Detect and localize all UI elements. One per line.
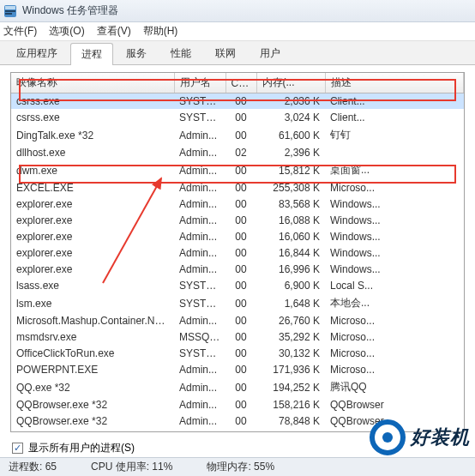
tab-services[interactable]: 服务 xyxy=(115,42,158,64)
cell-desc: 桌面窗... xyxy=(325,161,464,180)
svg-rect-2 xyxy=(5,10,15,12)
table-row[interactable]: OfficeClickToRun.exeSYSTEM0030,132 KMicr… xyxy=(11,346,464,362)
cell-user: SYSTEM xyxy=(174,278,225,294)
cell-user: SYSTEM xyxy=(174,294,225,313)
cell-mem: 194,252 K xyxy=(256,378,325,397)
show-all-users-checkbox[interactable]: ✓ xyxy=(12,443,23,454)
cell-cpu: 00 xyxy=(225,313,256,329)
tab-users[interactable]: 用户 xyxy=(249,42,292,64)
svg-rect-3 xyxy=(5,13,12,15)
cell-user: Admin... xyxy=(174,161,225,180)
cell-cpu: 02 xyxy=(225,145,256,161)
menubar: 文件(F) 选项(O) 查看(V) 帮助(H) xyxy=(0,22,475,41)
cell-user: Admin... xyxy=(174,126,225,145)
cell-user: Admin... xyxy=(174,145,225,161)
col-description[interactable]: 描述 xyxy=(325,73,464,93)
cell-name: EXCEL.EXE xyxy=(11,180,174,196)
col-memory[interactable]: 内存(... xyxy=(256,73,325,93)
cell-user: Admin... xyxy=(174,413,225,430)
cell-user: Admin... xyxy=(174,213,225,229)
menu-help[interactable]: 帮助(H) xyxy=(143,24,178,39)
cell-mem: 255,308 K xyxy=(256,180,325,196)
tab-networking[interactable]: 联网 xyxy=(204,42,247,64)
cell-user: Admin... xyxy=(174,245,225,262)
cell-name: OfficeClickToRun.exe xyxy=(11,346,174,362)
col-user[interactable]: 用户名 xyxy=(174,73,225,93)
cell-mem: 35,292 K xyxy=(256,329,325,346)
cell-mem: 83,568 K xyxy=(256,196,325,213)
cell-desc: Client... xyxy=(325,110,464,126)
tab-applications[interactable]: 应用程序 xyxy=(5,42,69,64)
cell-mem: 16,996 K xyxy=(256,262,325,278)
cell-user: SYSTEM xyxy=(174,346,225,362)
table-row[interactable]: explorer.exeAdmin...0016,996 KWindows... xyxy=(11,262,464,278)
cell-mem: 1,648 K xyxy=(256,294,325,313)
table-row[interactable]: QQBrowser.exe *32Admin...00158,216 KQQBr… xyxy=(11,397,464,413)
cell-name: POWERPNT.EXE xyxy=(11,362,174,378)
cell-name: dwm.exe xyxy=(11,161,174,180)
cell-mem: 78,848 K xyxy=(256,413,325,430)
cell-cpu: 00 xyxy=(225,110,256,126)
cell-cpu: 00 xyxy=(225,245,256,262)
cell-mem: 6,900 K xyxy=(256,278,325,294)
cell-cpu: 00 xyxy=(225,378,256,397)
table-row[interactable]: QQBrowser.exe *32Admin...0078,848 KQQBro… xyxy=(11,413,464,430)
table-row[interactable]: lsass.exeSYSTEM006,900 KLocal S... xyxy=(11,278,464,294)
tab-performance[interactable]: 性能 xyxy=(159,42,202,64)
table-row[interactable]: dwm.exeAdmin...0015,812 K桌面窗... xyxy=(11,161,464,180)
cell-mem: 26,088 K xyxy=(256,430,325,433)
cell-desc: QQBrowser xyxy=(325,397,464,413)
cell-mem: 3,024 K xyxy=(256,110,325,126)
table-row[interactable]: explorer.exeAdmin...0083,568 KWindows... xyxy=(11,196,464,213)
cell-user: Admin... xyxy=(174,229,225,245)
table-row[interactable]: explorer.exeAdmin...0016,060 KWindows... xyxy=(11,229,464,245)
table-row[interactable]: DingTalk.exe *32Admin...0061,600 K钉钉 xyxy=(11,126,464,145)
table-row[interactable]: csrss.exeSYSTEM003,024 KClient... xyxy=(11,110,464,126)
cell-user: Admin... xyxy=(174,180,225,196)
tab-processes[interactable]: 进程 xyxy=(70,43,113,65)
col-cpu[interactable]: CPU xyxy=(225,73,256,93)
cell-desc: QQBrowser xyxy=(325,430,464,433)
show-all-users-label: 显示所有用户的进程(S) xyxy=(28,441,135,455)
cell-user: Admin... xyxy=(174,262,225,278)
cell-name: explorer.exe xyxy=(11,229,174,245)
table-row[interactable]: EXCEL.EXEAdmin...00255,308 KMicroso... xyxy=(11,180,464,196)
table-row[interactable]: Microsoft.Mashup.Container.Ne...Admin...… xyxy=(11,313,464,329)
cell-desc: Windows... xyxy=(325,229,464,245)
cell-cpu: 00 xyxy=(225,161,256,180)
app-icon xyxy=(3,4,17,18)
cell-name: explorer.exe xyxy=(11,262,174,278)
menu-options[interactable]: 选项(O) xyxy=(49,24,84,39)
table-row[interactable]: csrss.exeSYSTEM002,036 KClient... xyxy=(11,93,464,110)
menu-view[interactable]: 查看(V) xyxy=(97,24,131,39)
table-row[interactable]: QQBrowser.exe *32Admin...0226,088 KQQBro… xyxy=(11,430,464,433)
table-row[interactable]: msmdsrv.exeMSSQL...0035,292 KMicroso... xyxy=(11,329,464,346)
col-image-name[interactable]: 映像名称 xyxy=(11,73,174,93)
cell-name: msmdsrv.exe xyxy=(11,329,174,346)
cell-cpu: 00 xyxy=(225,397,256,413)
cell-user: Admin... xyxy=(174,378,225,397)
table-row[interactable]: explorer.exeAdmin...0016,844 KWindows... xyxy=(11,245,464,262)
cell-mem: 16,088 K xyxy=(256,213,325,229)
cell-cpu: 00 xyxy=(225,294,256,313)
table-row[interactable]: dllhost.exeAdmin...022,396 K xyxy=(11,145,464,161)
cell-user: Admin... xyxy=(174,397,225,413)
cell-cpu: 00 xyxy=(225,93,256,110)
cell-cpu: 00 xyxy=(225,413,256,430)
cell-name: lsass.exe xyxy=(11,278,174,294)
table-row[interactable]: lsm.exeSYSTEM001,648 K本地会... xyxy=(11,294,464,313)
cell-cpu: 00 xyxy=(225,213,256,229)
menu-file[interactable]: 文件(F) xyxy=(3,24,37,39)
status-mem: 物理内存: 55% xyxy=(207,460,274,474)
process-table[interactable]: 映像名称 用户名 CPU 内存(... 描述 csrss.exeSYSTEM00… xyxy=(11,73,464,432)
table-row[interactable]: POWERPNT.EXEAdmin...00171,936 KMicroso..… xyxy=(11,362,464,378)
tab-bar: 应用程序 进程 服务 性能 联网 用户 xyxy=(0,41,475,65)
cell-desc: Windows... xyxy=(325,245,464,262)
cell-name: QQBrowser.exe *32 xyxy=(11,397,174,413)
table-row[interactable]: QQ.exe *32Admin...00194,252 K腾讯QQ xyxy=(11,378,464,397)
cell-desc: Windows... xyxy=(325,262,464,278)
cell-user: SYSTEM xyxy=(174,93,225,110)
cell-cpu: 00 xyxy=(225,196,256,213)
table-row[interactable]: explorer.exeAdmin...0016,088 KWindows... xyxy=(11,213,464,229)
cell-name: QQ.exe *32 xyxy=(11,378,174,397)
